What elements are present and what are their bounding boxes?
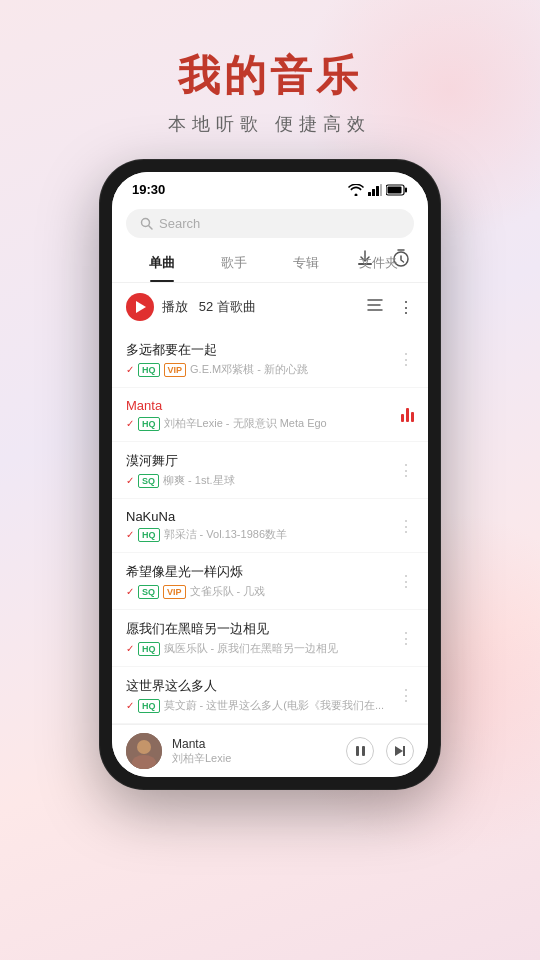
badge-vip: VIP [164, 363, 187, 377]
play-count: 播放 52 首歌曲 [162, 298, 256, 316]
song-artist-album: 莫文蔚 - 这世界这么多人(电影《我要我们在... [164, 698, 385, 713]
search-icon [140, 217, 153, 230]
check-icon: ✓ [126, 586, 134, 597]
song-more-button[interactable]: ⋮ [398, 629, 414, 648]
song-artist-album: G.E.M邓紫棋 - 新的心跳 [190, 362, 308, 377]
app-subtitle: 本地听歌 便捷高效 [0, 112, 540, 136]
song-more-button[interactable]: ⋮ [398, 461, 414, 480]
status-time: 19:30 [132, 182, 165, 197]
play-all-right: ⋮ [366, 298, 414, 317]
song-title: 希望像星光一样闪烁 [126, 563, 414, 581]
song-meta: ✓ HQ 刘柏辛Lexie - 无限意识 Meta Ego [126, 416, 414, 431]
tab-albums[interactable]: 专辑 [270, 246, 342, 282]
song-more-button[interactable]: ⋮ [398, 572, 414, 591]
song-item[interactable]: 这世界这么多人 ✓ HQ 莫文蔚 - 这世界这么多人(电影《我要我们在... ⋮ [112, 667, 428, 724]
song-artist-album: 柳爽 - 1st.星球 [163, 473, 235, 488]
song-more-button[interactable]: ⋮ [398, 686, 414, 705]
avatar-image [126, 733, 162, 769]
player-controls [346, 737, 414, 765]
next-button[interactable] [386, 737, 414, 765]
svg-rect-6 [388, 186, 402, 193]
bar3 [411, 412, 414, 422]
pause-bar-left [356, 746, 359, 756]
pause-button[interactable] [346, 737, 374, 765]
svg-rect-3 [380, 184, 382, 196]
play-triangle-icon [136, 301, 146, 313]
song-title: 多远都要在一起 [126, 341, 414, 359]
song-more-button[interactable]: ⋮ [398, 516, 414, 535]
song-artist-album: 郭采洁 - Vol.13-1986数羊 [164, 527, 288, 542]
play-all-bar[interactable]: 播放 52 首歌曲 ⋮ [112, 283, 428, 331]
pause-icon [356, 746, 365, 756]
check-icon: ✓ [126, 643, 134, 654]
next-triangle [395, 746, 403, 756]
search-actions-row: Search [112, 203, 428, 246]
svg-rect-5 [405, 187, 407, 192]
song-item[interactable]: 希望像星光一样闪烁 ✓ SQ VIP 文雀乐队 - 几戏 ⋮ [112, 553, 428, 610]
song-meta: ✓ HQ VIP G.E.M邓紫棋 - 新的心跳 [126, 362, 414, 377]
check-icon: ✓ [126, 364, 134, 375]
song-meta: ✓ SQ 柳爽 - 1st.星球 [126, 473, 414, 488]
song-item[interactable]: 愿我们在黑暗另一边相见 ✓ HQ 疯医乐队 - 原我们在黑暗另一边相见 ⋮ [112, 610, 428, 667]
play-number: 52 首歌曲 [199, 299, 256, 314]
song-item[interactable]: Manta ✓ HQ 刘柏辛Lexie - 无限意识 Meta Ego [112, 388, 428, 442]
next-icon [395, 746, 405, 756]
player-now-artist: 刘柏辛Lexie [172, 751, 336, 766]
header-section: 我的音乐 本地听歌 便捷高效 [0, 0, 540, 160]
svg-rect-2 [376, 186, 379, 196]
song-item[interactable]: 漠河舞厅 ✓ SQ 柳爽 - 1st.星球 ⋮ [112, 442, 428, 499]
song-title: 漠河舞厅 [126, 452, 414, 470]
play-all-left: 播放 52 首歌曲 [126, 293, 256, 321]
status-icons [348, 184, 408, 196]
badge-hq: HQ [138, 417, 160, 431]
song-meta: ✓ HQ 郭采洁 - Vol.13-1986数羊 [126, 527, 414, 542]
bar1 [401, 414, 404, 422]
song-meta: ✓ SQ VIP 文雀乐队 - 几戏 [126, 584, 414, 599]
song-artist-album: 疯医乐队 - 原我们在黑暗另一边相见 [164, 641, 339, 656]
svg-point-15 [137, 740, 151, 754]
tab-folders[interactable]: 文件夹 [342, 246, 414, 282]
player-info: Manta 刘柏辛Lexie [172, 737, 336, 766]
signal-icon [368, 184, 382, 196]
tabs-bar: 单曲 歌手 专辑 文件夹 [112, 246, 428, 283]
tab-artists[interactable]: 歌手 [198, 246, 270, 282]
bar2 [406, 408, 409, 422]
battery-icon [386, 184, 408, 196]
badge-vip: VIP [163, 585, 186, 599]
search-placeholder: Search [159, 216, 200, 231]
song-meta: ✓ HQ 莫文蔚 - 这世界这么多人(电影《我要我们在... [126, 698, 414, 713]
sort-icon[interactable] [366, 298, 384, 316]
song-item[interactable]: 多远都要在一起 ✓ HQ VIP G.E.M邓紫棋 - 新的心跳 ⋮ [112, 331, 428, 388]
song-more-button[interactable]: ⋮ [398, 350, 414, 369]
next-line [403, 746, 405, 756]
app-title: 我的音乐 [0, 48, 540, 104]
player-now-title: Manta [172, 737, 336, 751]
check-icon: ✓ [126, 529, 134, 540]
badge-hq: HQ [138, 699, 160, 713]
badge-hq: HQ [138, 528, 160, 542]
status-bar: 19:30 [112, 172, 428, 203]
search-bar[interactable]: Search [126, 209, 414, 238]
bottom-player[interactable]: Manta 刘柏辛Lexie [112, 724, 428, 777]
svg-line-8 [149, 226, 153, 230]
song-artist-album: 刘柏辛Lexie - 无限意识 Meta Ego [164, 416, 327, 431]
svg-rect-0 [368, 192, 371, 196]
song-title: 愿我们在黑暗另一边相见 [126, 620, 414, 638]
song-meta: ✓ HQ 疯医乐队 - 原我们在黑暗另一边相见 [126, 641, 414, 656]
check-icon: ✓ [126, 700, 134, 711]
song-title: NaKuNa [126, 509, 414, 524]
svg-rect-1 [372, 189, 375, 196]
search-bar-wrap: Search [112, 203, 428, 246]
song-artist-album: 文雀乐队 - 几戏 [190, 584, 266, 599]
more-options-icon[interactable]: ⋮ [398, 298, 414, 317]
phone-screen: 19:30 [112, 172, 428, 777]
playing-bars-icon [401, 408, 414, 422]
play-all-button[interactable] [126, 293, 154, 321]
pause-bar-right [362, 746, 365, 756]
badge-sq: SQ [138, 585, 159, 599]
tab-singles[interactable]: 单曲 [126, 246, 198, 282]
wifi-icon [348, 184, 364, 196]
song-item[interactable]: NaKuNa ✓ HQ 郭采洁 - Vol.13-1986数羊 ⋮ [112, 499, 428, 553]
badge-hq: HQ [138, 642, 160, 656]
player-avatar [126, 733, 162, 769]
